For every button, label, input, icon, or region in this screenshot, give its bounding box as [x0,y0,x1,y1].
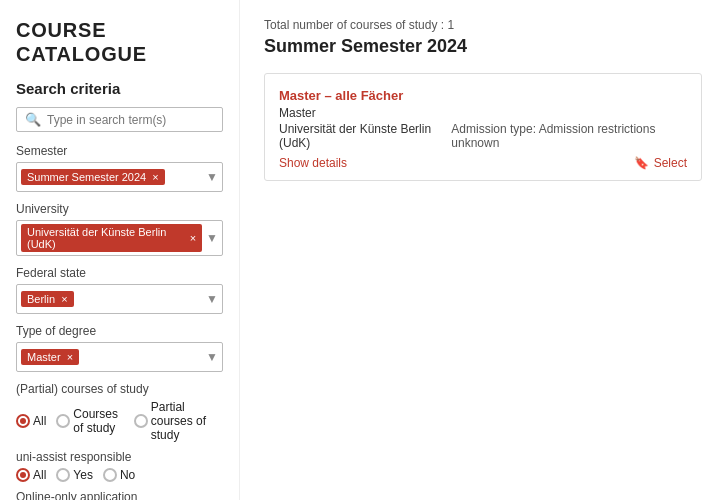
radio-group-courses_of_study: (Partial) courses of studyAllCourses of … [16,382,223,442]
radio-dot [56,468,70,482]
chevron-down-icon[interactable]: ▼ [206,292,218,306]
filter-federal_state-label: Federal state [16,266,223,280]
filter-university-select[interactable]: Universität der Künste Berlin (UdK)×▼ [16,220,223,256]
radio-label: Partial courses of study [151,400,223,442]
radio-group-online_only: Online-only applicationAllYesNo [16,490,223,500]
chevron-down-icon[interactable]: ▼ [206,350,218,364]
filter-type_of_degree: Type of degreeMaster×▼ [16,324,223,372]
radio-group-uni_assist-options: AllYesNo [16,468,223,482]
filter-semester-tags: Summer Semester 2024× [21,169,202,185]
result-card-admission: Admission type: Admission restrictions u… [451,122,687,150]
radio-uni_assist-all[interactable]: All [16,468,46,482]
radio-courses_of_study-all[interactable]: All [16,414,46,428]
result-card-title: Master – alle Fächer [279,88,687,103]
result-cards: Master – alle Fächer Master Universität … [264,73,702,181]
radio-groups: (Partial) courses of studyAllCourses of … [16,382,223,500]
sidebar: COURSE CATALOGUE Search criteria 🔍 Semes… [0,0,240,500]
filter-semester-label: Semester [16,144,223,158]
radio-courses_of_study-courses-of-study[interactable]: Courses of study [56,407,123,435]
filter-semester-select[interactable]: Summer Semester 2024×▼ [16,162,223,192]
chevron-down-icon[interactable]: ▼ [206,170,218,184]
filter-tag-label: Master [27,351,61,363]
filter-tag-remove[interactable]: × [190,232,196,244]
filter-tag-label: Berlin [27,293,55,305]
filter-tag-remove[interactable]: × [67,351,73,363]
radio-label: Courses of study [73,407,123,435]
filter-tag: Summer Semester 2024× [21,169,165,185]
radio-courses_of_study-partial-courses-of-study[interactable]: Partial courses of study [134,400,223,442]
radio-label: No [120,468,135,482]
filter-tag-remove[interactable]: × [152,171,158,183]
search-criteria-heading: Search criteria [16,80,223,97]
filter-semester: SemesterSummer Semester 2024×▼ [16,144,223,192]
bookmark-icon: 🔖 [634,156,649,170]
filter-tag-remove[interactable]: × [61,293,67,305]
filter-sections: SemesterSummer Semester 2024×▼University… [16,144,223,372]
filter-tag: Universität der Künste Berlin (UdK)× [21,224,202,252]
filter-tag: Berlin× [21,291,74,307]
chevron-down-icon[interactable]: ▼ [206,231,218,245]
result-card-degree: Master [279,106,687,120]
radio-dot [103,468,117,482]
filter-tag-label: Universität der Künste Berlin (UdK) [27,226,184,250]
radio-dot [56,414,70,428]
app-title: COURSE CATALOGUE [16,18,223,66]
radio-uni_assist-yes[interactable]: Yes [56,468,93,482]
radio-group-courses_of_study-title: (Partial) courses of study [16,382,223,396]
radio-dot [16,468,30,482]
filter-federal_state-tags: Berlin× [21,291,202,307]
radio-uni_assist-no[interactable]: No [103,468,135,482]
radio-label: All [33,468,46,482]
select-button-label: Select [654,156,687,170]
main-content: Total number of courses of study : 1 Sum… [240,0,720,500]
result-card-university: Universität der Künste Berlin (UdK) [279,122,451,150]
search-icon: 🔍 [25,112,41,127]
filter-type_of_degree-select[interactable]: Master×▼ [16,342,223,372]
filter-type_of_degree-tags: Master× [21,349,202,365]
radio-group-uni_assist: uni-assist responsibleAllYesNo [16,450,223,482]
filter-university-label: University [16,202,223,216]
result-card: Master – alle Fächer Master Universität … [264,73,702,181]
result-card-info-row: Universität der Künste Berlin (UdK) Admi… [279,122,687,150]
radio-dot [134,414,148,428]
radio-group-uni_assist-title: uni-assist responsible [16,450,223,464]
result-meta: Total number of courses of study : 1 [264,18,702,32]
select-button[interactable]: 🔖 Select [634,156,687,170]
main-title: Summer Semester 2024 [264,36,702,57]
filter-type_of_degree-label: Type of degree [16,324,223,338]
filter-university: UniversityUniversität der Künste Berlin … [16,202,223,256]
radio-group-online_only-title: Online-only application [16,490,223,500]
filter-federal_state-select[interactable]: Berlin×▼ [16,284,223,314]
radio-dot [16,414,30,428]
filter-federal_state: Federal stateBerlin×▼ [16,266,223,314]
show-details-button[interactable]: Show details [279,156,347,170]
search-input[interactable] [47,113,214,127]
radio-label: Yes [73,468,93,482]
result-card-actions: Show details 🔖 Select [279,156,687,170]
radio-group-courses_of_study-options: AllCourses of studyPartial courses of st… [16,400,223,442]
filter-university-tags: Universität der Künste Berlin (UdK)× [21,224,202,252]
filter-tag-label: Summer Semester 2024 [27,171,146,183]
filter-tag: Master× [21,349,79,365]
search-box: 🔍 [16,107,223,132]
radio-label: All [33,414,46,428]
